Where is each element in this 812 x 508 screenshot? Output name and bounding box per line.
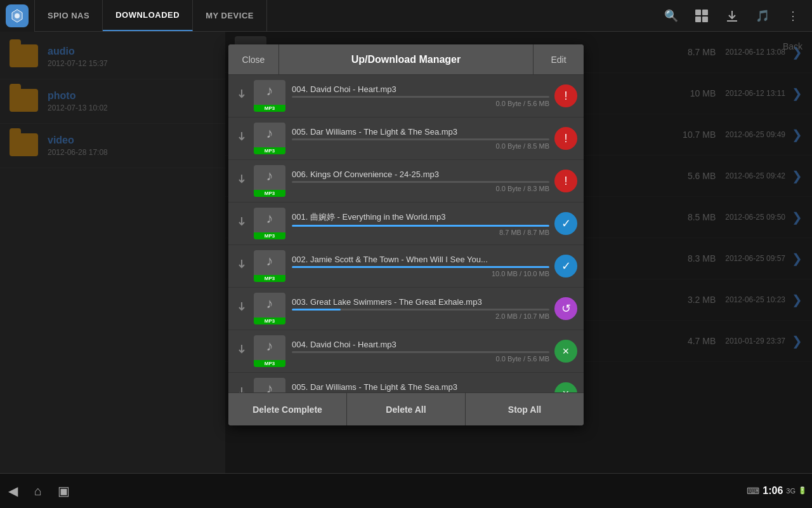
top-bar-actions: 🔍 🎵 ⋮ [658,3,812,29]
progress-bar [292,225,549,227]
modal-footer: Delete Complete Delete All Stop All [228,392,584,425]
file-type-icon: ♪ MP3 [254,208,285,239]
download-item-name: 005. Dar Williams - The Light & The Sea.… [292,382,549,392]
status-bar: ⌨ 1:06 3G 🔋 [747,473,812,508]
progress-bar [292,96,549,98]
download-size: 10.0 MB / 10.0 MB [292,270,549,277]
network-status: 3G [786,487,796,495]
download-item-6[interactable]: ♪ MP3 004. David Choi - Heart.mp3 0.0 By… [228,330,584,373]
download-list: ♪ MP3 004. David Choi - Heart.mp3 0.0 By… [228,75,584,392]
progress-bar [292,351,549,353]
download-size: 0.0 Byte / 8.5 MB [292,142,549,150]
status-badge: ↺ [554,297,577,320]
modal-overlay: Close Up/Download Manager Edit ♪ MP3 004… [0,32,812,473]
modal-edit-button[interactable]: Edit [533,44,584,74]
stop-all-button[interactable]: Stop All [466,393,584,425]
svg-point-0 [15,13,20,18]
download-item-3[interactable]: ♪ MP3 001. 曲婉婷 - Everything in the World… [228,203,584,245]
recents-nav-icon[interactable]: ▣ [51,478,76,504]
keyboard-icon[interactable]: ⌨ [747,486,759,496]
home-nav-icon[interactable]: ⌂ [25,478,51,504]
download-item-7[interactable]: ♪ MP3 005. Dar Williams - The Light & Th… [228,373,584,392]
back-nav-icon[interactable]: ◀ [0,478,25,504]
status-badge: ✕ [554,382,577,392]
delete-all-button[interactable]: Delete All [347,393,466,425]
download-item-5[interactable]: ♪ MP3 003. Great Lake Swimmers - The Gre… [228,288,584,330]
download-item-1[interactable]: ♪ MP3 005. Dar Williams - The Light & Th… [228,117,584,160]
status-badge: ✓ [554,212,577,235]
status-time: 1:06 [763,485,783,497]
status-badge: ! [554,84,577,107]
battery-icon: 🔋 [798,486,807,495]
search-icon[interactable]: 🔍 [658,3,684,29]
progress-bar [292,138,549,140]
more-icon[interactable]: ⋮ [780,3,806,29]
music-icon[interactable]: 🎵 [750,3,775,29]
bottom-bar: ◀ ⌂ ▣ ⌨ 1:06 3G 🔋 [0,473,812,508]
download-arrow-icon [235,258,254,275]
tab-bar: SPIO NAS DOWNLOADED MY DEVICE [35,0,267,31]
file-type-icon: ♪ MP3 [254,123,285,154]
file-type-icon: ♪ MP3 [254,335,285,367]
download-icon[interactable] [719,3,745,29]
download-item-name: 001. 曲婉婷 - Everything in the World.mp3 [292,211,549,223]
download-arrow-icon [235,173,254,190]
tab-downloaded[interactable]: DOWNLOADED [103,0,193,31]
layout-icon[interactable] [689,3,714,29]
top-bar: SPIO NAS DOWNLOADED MY DEVICE 🔍 🎵 ⋮ [0,0,812,32]
download-size: 0.0 Byte / 5.6 MB [292,355,549,363]
download-item-name: 002. Jamie Scott & The Town - When Will … [292,255,549,264]
svg-rect-2 [702,10,708,15]
download-size: 0.0 Byte / 5.6 MB [292,100,549,107]
modal-close-button[interactable]: Close [228,44,279,74]
file-type-icon: ♪ MP3 [254,293,285,324]
modal-header: Close Up/Download Manager Edit [228,44,584,75]
download-item-name: 004. David Choi - Heart.mp3 [292,84,549,94]
progress-bar [292,266,549,268]
status-badge: ! [554,170,577,192]
download-item-name: 004. David Choi - Heart.mp3 [292,340,549,349]
download-arrow-icon [235,343,254,360]
tab-spio-nas[interactable]: SPIO NAS [35,0,103,31]
status-badge: ! [554,127,577,150]
download-item-2[interactable]: ♪ MP3 006. Kings Of Convenience - 24-25.… [228,160,584,203]
svg-rect-1 [695,10,701,15]
download-item-name: 005. Dar Williams - The Light & The Sea.… [292,127,549,137]
svg-rect-4 [702,17,708,22]
download-size: 8.7 MB / 8.7 MB [292,229,549,236]
file-type-icon: ♪ MP3 [254,165,285,197]
logo-icon [6,4,29,27]
file-type-icon: ♪ MP3 [254,378,285,392]
download-arrow-icon [235,385,254,393]
download-arrow-icon [235,130,254,147]
progress-bar [292,181,549,183]
download-item-4[interactable]: ♪ MP3 002. Jamie Scott & The Town - When… [228,245,584,288]
status-badge: ✓ [554,255,577,277]
status-badge: ✕ [554,340,577,363]
svg-rect-3 [695,17,701,22]
download-manager-modal: Close Up/Download Manager Edit ♪ MP3 004… [228,44,584,425]
download-size: 0.0 Byte / 8.3 MB [292,185,549,192]
download-item-0[interactable]: ♪ MP3 004. David Choi - Heart.mp3 0.0 By… [228,75,584,117]
download-item-name: 003. Great Lake Swimmers - The Great Exh… [292,297,549,307]
download-item-name: 006. Kings Of Convenience - 24-25.mp3 [292,170,549,179]
progress-bar [292,309,549,311]
file-type-icon: ♪ MP3 [254,250,285,282]
download-arrow-icon [235,215,254,232]
app-logo [0,0,35,32]
file-type-icon: ♪ MP3 [254,80,285,112]
download-arrow-icon [235,300,254,318]
modal-title: Up/Download Manager [279,54,533,65]
download-size: 2.0 MB / 10.7 MB [292,312,549,320]
tab-my-device[interactable]: MY DEVICE [193,0,267,31]
download-arrow-icon [235,88,254,105]
delete-complete-button[interactable]: Delete Complete [228,393,347,425]
